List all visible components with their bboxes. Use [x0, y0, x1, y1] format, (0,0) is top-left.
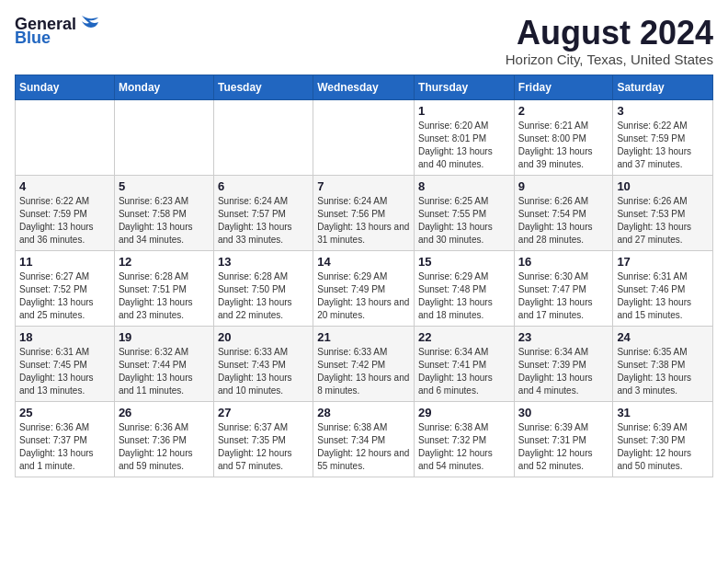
day-number: 7: [317, 179, 410, 193]
day-number: 30: [518, 406, 609, 419]
day-number: 26: [119, 406, 210, 419]
day-number: 28: [317, 406, 410, 419]
day-number: 2: [518, 104, 609, 118]
day-number: 5: [119, 179, 210, 193]
calendar-cell: 6Sunrise: 6:24 AMSunset: 7:57 PMDaylight…: [213, 175, 313, 250]
header-wednesday: Wednesday: [313, 75, 415, 99]
day-number: 29: [418, 406, 510, 419]
calendar-cell: 26Sunrise: 6:36 AMSunset: 7:36 PMDayligh…: [114, 401, 213, 477]
month-title: August 2024: [506, 15, 713, 52]
day-info: Sunrise: 6:33 AMSunset: 7:42 PMDaylight:…: [317, 346, 410, 397]
calendar-cell: 28Sunrise: 6:38 AMSunset: 7:34 PMDayligh…: [313, 401, 415, 477]
day-info: Sunrise: 6:29 AMSunset: 7:49 PMDaylight:…: [317, 270, 410, 322]
calendar-week-row: 18Sunrise: 6:31 AMSunset: 7:45 PMDayligh…: [16, 326, 713, 401]
calendar-cell: 14Sunrise: 6:29 AMSunset: 7:49 PMDayligh…: [313, 250, 415, 326]
day-number: 17: [617, 255, 709, 269]
calendar-week-row: 25Sunrise: 6:36 AMSunset: 7:37 PMDayligh…: [16, 401, 713, 477]
day-number: 31: [617, 406, 709, 419]
day-number: 8: [418, 179, 510, 193]
calendar-week-row: 4Sunrise: 6:22 AMSunset: 7:59 PMDaylight…: [16, 175, 713, 250]
calendar-cell: [213, 99, 313, 175]
calendar-cell: 3Sunrise: 6:22 AMSunset: 7:59 PMDaylight…: [613, 99, 713, 175]
logo-bird-icon: [80, 16, 102, 34]
header-thursday: Thursday: [415, 75, 515, 99]
day-info: Sunrise: 6:23 AMSunset: 7:58 PMDaylight:…: [119, 195, 210, 247]
header-saturday: Saturday: [613, 75, 713, 99]
calendar-cell: 21Sunrise: 6:33 AMSunset: 7:42 PMDayligh…: [313, 326, 415, 401]
calendar-cell: 4Sunrise: 6:22 AMSunset: 7:59 PMDaylight…: [16, 175, 115, 250]
day-number: 6: [218, 179, 309, 193]
day-info: Sunrise: 6:34 AMSunset: 7:41 PMDaylight:…: [418, 346, 510, 397]
calendar-cell: 18Sunrise: 6:31 AMSunset: 7:45 PMDayligh…: [16, 326, 115, 401]
day-number: 15: [418, 255, 510, 269]
calendar-cell: 7Sunrise: 6:24 AMSunset: 7:56 PMDaylight…: [313, 175, 415, 250]
day-info: Sunrise: 6:32 AMSunset: 7:44 PMDaylight:…: [119, 346, 210, 397]
day-info: Sunrise: 6:22 AMSunset: 7:59 PMDaylight:…: [19, 195, 110, 247]
day-info: Sunrise: 6:33 AMSunset: 7:43 PMDaylight:…: [218, 346, 309, 397]
day-number: 24: [617, 330, 709, 344]
title-section: August 2024 Horizon City, Texas, United …: [506, 15, 713, 67]
day-number: 1: [418, 104, 510, 118]
calendar-cell: 11Sunrise: 6:27 AMSunset: 7:52 PMDayligh…: [16, 250, 115, 326]
day-number: 16: [518, 255, 609, 269]
calendar-cell: 13Sunrise: 6:28 AMSunset: 7:50 PMDayligh…: [213, 250, 313, 326]
location-text: Horizon City, Texas, United States: [506, 52, 713, 67]
logo-blue-text: Blue: [15, 29, 51, 48]
day-info: Sunrise: 6:25 AMSunset: 7:55 PMDaylight:…: [418, 195, 510, 247]
day-number: 9: [518, 179, 609, 193]
day-number: 23: [518, 330, 609, 344]
calendar-cell: 5Sunrise: 6:23 AMSunset: 7:58 PMDaylight…: [114, 175, 213, 250]
calendar-week-row: 1Sunrise: 6:20 AMSunset: 8:01 PMDaylight…: [16, 99, 713, 175]
calendar-cell: [16, 99, 115, 175]
header-monday: Monday: [114, 75, 213, 99]
calendar-cell: 8Sunrise: 6:25 AMSunset: 7:55 PMDaylight…: [415, 175, 515, 250]
day-info: Sunrise: 6:26 AMSunset: 7:54 PMDaylight:…: [518, 195, 609, 247]
calendar-table: SundayMondayTuesdayWednesdayThursdayFrid…: [15, 75, 713, 477]
calendar-cell: 27Sunrise: 6:37 AMSunset: 7:35 PMDayligh…: [213, 401, 313, 477]
day-number: 21: [317, 330, 410, 344]
day-info: Sunrise: 6:38 AMSunset: 7:34 PMDaylight:…: [317, 421, 410, 473]
day-number: 10: [617, 179, 709, 193]
day-number: 12: [119, 255, 210, 269]
calendar-cell: 19Sunrise: 6:32 AMSunset: 7:44 PMDayligh…: [114, 326, 213, 401]
calendar-cell: 10Sunrise: 6:26 AMSunset: 7:53 PMDayligh…: [613, 175, 713, 250]
day-info: Sunrise: 6:21 AMSunset: 8:00 PMDaylight:…: [518, 120, 609, 171]
calendar-week-row: 11Sunrise: 6:27 AMSunset: 7:52 PMDayligh…: [16, 250, 713, 326]
day-number: 11: [19, 255, 110, 269]
day-info: Sunrise: 6:24 AMSunset: 7:56 PMDaylight:…: [317, 195, 410, 247]
calendar-cell: 9Sunrise: 6:26 AMSunset: 7:54 PMDaylight…: [514, 175, 613, 250]
calendar-cell: 1Sunrise: 6:20 AMSunset: 8:01 PMDaylight…: [415, 99, 515, 175]
day-info: Sunrise: 6:36 AMSunset: 7:36 PMDaylight:…: [119, 421, 210, 473]
day-info: Sunrise: 6:31 AMSunset: 7:45 PMDaylight:…: [19, 346, 110, 397]
calendar-cell: 23Sunrise: 6:34 AMSunset: 7:39 PMDayligh…: [514, 326, 613, 401]
day-number: 19: [119, 330, 210, 344]
day-number: 22: [418, 330, 510, 344]
day-number: 25: [19, 406, 110, 419]
header-friday: Friday: [514, 75, 613, 99]
calendar-cell: 22Sunrise: 6:34 AMSunset: 7:41 PMDayligh…: [415, 326, 515, 401]
calendar-cell: [313, 99, 415, 175]
calendar-cell: 25Sunrise: 6:36 AMSunset: 7:37 PMDayligh…: [16, 401, 115, 477]
day-info: Sunrise: 6:26 AMSunset: 7:53 PMDaylight:…: [617, 195, 709, 247]
calendar-cell: 29Sunrise: 6:38 AMSunset: 7:32 PMDayligh…: [415, 401, 515, 477]
calendar-cell: 24Sunrise: 6:35 AMSunset: 7:38 PMDayligh…: [613, 326, 713, 401]
calendar-cell: [114, 99, 213, 175]
calendar-cell: 20Sunrise: 6:33 AMSunset: 7:43 PMDayligh…: [213, 326, 313, 401]
day-info: Sunrise: 6:28 AMSunset: 7:50 PMDaylight:…: [218, 270, 309, 322]
page-header: General Blue August 2024 Horizon City, T…: [15, 15, 713, 67]
header-tuesday: Tuesday: [213, 75, 313, 99]
day-info: Sunrise: 6:35 AMSunset: 7:38 PMDaylight:…: [617, 346, 709, 397]
calendar-cell: 15Sunrise: 6:29 AMSunset: 7:48 PMDayligh…: [415, 250, 515, 326]
day-info: Sunrise: 6:38 AMSunset: 7:32 PMDaylight:…: [418, 421, 510, 473]
day-number: 14: [317, 255, 410, 269]
day-number: 4: [19, 179, 110, 193]
day-info: Sunrise: 6:30 AMSunset: 7:47 PMDaylight:…: [518, 270, 609, 322]
day-info: Sunrise: 6:36 AMSunset: 7:37 PMDaylight:…: [19, 421, 110, 473]
day-info: Sunrise: 6:24 AMSunset: 7:57 PMDaylight:…: [218, 195, 309, 247]
day-info: Sunrise: 6:31 AMSunset: 7:46 PMDaylight:…: [617, 270, 709, 322]
calendar-header-row: SundayMondayTuesdayWednesdayThursdayFrid…: [16, 75, 713, 99]
day-info: Sunrise: 6:27 AMSunset: 7:52 PMDaylight:…: [19, 270, 110, 322]
day-number: 3: [617, 104, 709, 118]
header-sunday: Sunday: [16, 75, 115, 99]
calendar-cell: 12Sunrise: 6:28 AMSunset: 7:51 PMDayligh…: [114, 250, 213, 326]
